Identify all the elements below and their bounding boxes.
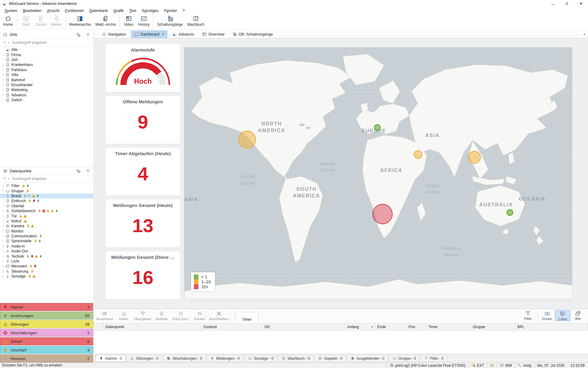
toolbar-button-medienarchiv[interactable]: Medienarchiv <box>67 14 93 27</box>
expand-chevron-icon[interactable] <box>2 219 5 223</box>
expand-chevron-icon[interactable] <box>2 73 5 77</box>
column-header-prio[interactable]: Prio. <box>406 324 426 330</box>
tab-advancis[interactable]: Advancis <box>169 30 198 38</box>
datenpunkte-item-communication[interactable]: Communication <box>0 234 93 239</box>
expand-chevron-icon[interactable] <box>2 78 5 82</box>
datenpunkte-item-messwert[interactable]: Messwert <box>0 264 93 269</box>
datenpunkte-item-gruppe[interactable]: Gruppe <box>0 188 93 193</box>
column-header-datenpunkt[interactable]: Datenpunkt <box>103 324 201 330</box>
datenpunkte-item-sonstige[interactable]: Sonstige <box>0 274 93 279</box>
datenpunkte-item-filter[interactable]: Filter <box>0 183 93 188</box>
expand-chevron-icon[interactable] <box>2 265 5 268</box>
expand-chevron-icon[interactable] <box>2 194 5 197</box>
menu-item-bearbeiten[interactable]: Bearbeiten <box>20 8 44 13</box>
toolbar-button-video[interactable]: Video <box>121 14 136 27</box>
summary-bar-alarme[interactable]: Alarme3 <box>0 303 93 311</box>
datenpunkte-item-audioout[interactable]: Audio-Out <box>0 249 93 254</box>
orte-item-villa[interactable]: Villa <box>0 72 93 77</box>
datenpunkte-search-input[interactable] <box>12 177 91 181</box>
datenpunkte-item-monitor[interactable]: Monitor <box>0 229 93 234</box>
datenpunkte-item-berfall[interactable]: Überfall <box>0 204 93 209</box>
orte-item-switch[interactable]: Switch <box>0 98 93 102</box>
map-bubble-4[interactable] <box>468 151 481 164</box>
action-button-bergeben[interactable]: Übergeben <box>133 310 152 321</box>
map-bubble-5[interactable] <box>372 204 393 224</box>
menu-item-sonstiges[interactable]: Sonstiges <box>139 8 161 13</box>
counter-tab-ausgeblendet[interactable]: Ausgeblendet - 0 <box>347 355 388 362</box>
map-bubble-6[interactable] <box>507 209 513 216</box>
expand-chevron-icon[interactable] <box>2 209 5 213</box>
expand-chevron-icon[interactable] <box>2 275 5 278</box>
action-button-annehmen[interactable]: Annehmen <box>95 310 114 321</box>
datenpunkte-item-tr[interactable]: Tür <box>0 213 93 218</box>
action-button-parken[interactable]: Parken <box>190 310 209 321</box>
datenpunkte-item-technik[interactable]: Technik <box>0 254 93 259</box>
column-header-ende[interactable]: Ende <box>375 324 406 330</box>
counter-tab-filter[interactable]: Filter - 0 <box>420 355 447 362</box>
orte-item-marketing[interactable]: Marketing <box>0 87 93 92</box>
orte-item-einzelhandel[interactable]: Einzelhandel <box>0 82 93 87</box>
column-header-selector[interactable] <box>94 324 103 330</box>
menu-item-fenster[interactable]: Fenster <box>161 8 180 13</box>
action-button-abschlieen[interactable]: Abschließen <box>209 310 228 321</box>
counter-tab-meldungen[interactable]: Meldungen - 0 <box>207 355 243 362</box>
orte-item-bahnhof[interactable]: Bahnhof <box>0 77 93 82</box>
view-button-lokal[interactable]: Lokal <box>555 310 570 321</box>
expand-chevron-icon[interactable] <box>2 270 5 273</box>
filter-icon[interactable] <box>86 169 90 173</box>
datenpunkte-item-audioin[interactable]: Audio-In <box>0 244 93 249</box>
map-bubble-1[interactable] <box>238 131 256 148</box>
tab-overflow-icon[interactable]: ▼ <box>583 33 586 36</box>
expand-chevron-icon[interactable] <box>2 204 5 208</box>
orte-item-alle[interactable]: Alle <box>0 47 93 52</box>
column-header-gruppe[interactable]: Gruppe <box>471 324 515 330</box>
datenpunkte-item-licht[interactable]: Licht <box>0 259 93 264</box>
minimize-button[interactable]: – <box>546 0 560 7</box>
expand-chevron-icon[interactable] <box>2 68 5 71</box>
menu-item-datenbank[interactable]: Datenbank <box>87 8 111 13</box>
column-header-timer[interactable]: Timer <box>426 324 471 330</box>
tab-overview[interactable]: Overview <box>199 30 228 38</box>
map-bubble-3[interactable] <box>414 150 422 159</box>
expand-chevron-icon[interactable] <box>2 199 5 203</box>
tree-view-icon[interactable] <box>76 33 81 37</box>
expand-chevron-icon[interactable] <box>2 83 5 86</box>
expand-chevron-icon[interactable] <box>2 255 5 258</box>
search-dropdown-icon[interactable]: ▼ <box>8 41 10 44</box>
counter-tab-sonstige[interactable]: Sonstige - 0 <box>244 355 277 362</box>
close-button[interactable]: × <box>574 0 588 7</box>
datenpunkte-item-sprechstelle[interactable]: Sprechstelle <box>0 239 93 243</box>
column-header-ort[interactable]: Ort <box>262 324 345 330</box>
tab-navigation[interactable]: Navigation <box>98 30 130 38</box>
expand-chevron-icon[interactable] <box>2 184 5 188</box>
expand-chevron-icon[interactable] <box>2 53 5 56</box>
tab-dashboard[interactable]: Dashboard× <box>131 30 168 38</box>
counter-tab-abschaltungen[interactable]: Abschaltungen - 0 <box>163 355 206 362</box>
action-button-rckges[interactable]: Rück.Ges. <box>171 310 190 321</box>
menu-item-?[interactable]: ? <box>180 8 187 13</box>
datenpunkte-item-einbruch[interactable]: Einbruch <box>0 198 93 203</box>
datenpunkte-item-notruf[interactable]: Notruf <box>0 219 93 224</box>
orte-search-input[interactable] <box>12 40 91 45</box>
toolbar-button-history[interactable]: History <box>136 14 152 27</box>
expand-chevron-icon[interactable] <box>2 214 5 218</box>
column-header-bpl[interactable]: BPL <box>515 324 588 330</box>
menu-item-system[interactable]: System <box>2 8 20 13</box>
summary-bar-unscharf[interactable]: Unscharf3 <box>0 346 93 354</box>
orte-item-firma[interactable]: Firma <box>0 52 93 57</box>
counter-tab-alarme[interactable]: Alarme - 0 <box>96 355 126 362</box>
view-button-alle[interactable]: Alle <box>570 310 586 320</box>
tab-dbschaltvorgnge[interactable]: DB: Schaltvorgänge <box>229 30 276 38</box>
summary-bar-scharf[interactable]: Scharf6 <box>0 337 93 345</box>
summary-bar-auslsungen[interactable]: Auslösungen55 <box>0 312 93 320</box>
timer-tab[interactable]: Timer <box>235 312 258 323</box>
summary-bar-strungen[interactable]: Störungen28 <box>0 320 93 328</box>
expand-chevron-icon[interactable] <box>2 93 5 97</box>
datenpunkte-item-kamera[interactable]: Kamera <box>0 224 93 228</box>
expand-chevron-icon[interactable] <box>2 240 5 243</box>
summary-bar-revision[interactable]: Revision2 <box>0 355 93 362</box>
tree-view-icon[interactable] <box>76 169 81 173</box>
expand-chevron-icon[interactable] <box>2 260 5 263</box>
sort-dropdown-icon[interactable]: ▼ <box>371 326 373 328</box>
menu-item-ansicht[interactable]: Ansicht <box>44 8 62 13</box>
